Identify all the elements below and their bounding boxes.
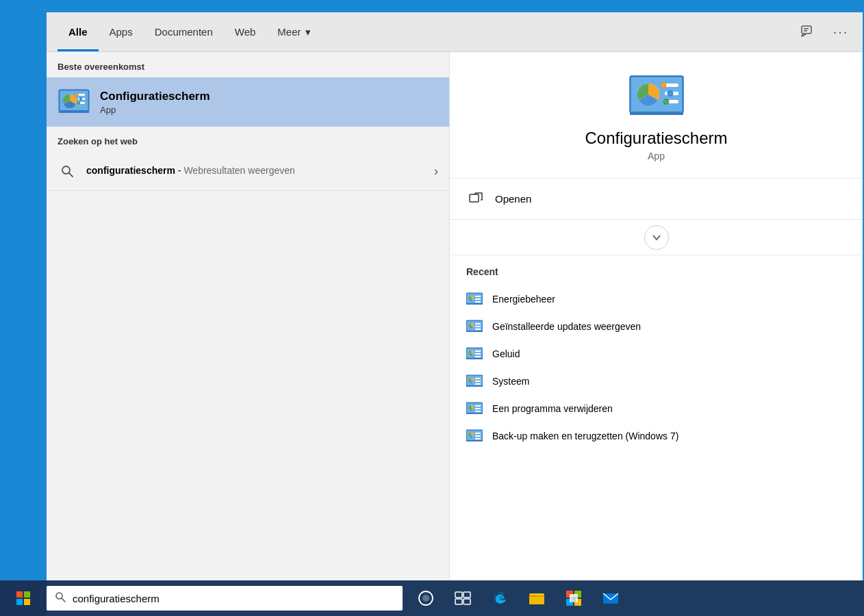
best-match-item[interactable]: Configuratiescherm App xyxy=(47,77,449,127)
svg-rect-44 xyxy=(475,350,481,352)
edge-button[interactable] xyxy=(482,580,518,616)
svg-line-14 xyxy=(69,173,73,177)
best-match-text: Configuratiescherm App xyxy=(100,90,210,115)
svg-rect-67 xyxy=(475,438,481,439)
recent-item-icon-1 xyxy=(466,320,483,333)
mail-button[interactable] xyxy=(593,580,628,616)
file-explorer-button[interactable] xyxy=(519,580,555,616)
search-window: Alle Apps Documenten Web Meer ▾ ··· xyxy=(47,12,863,602)
open-button[interactable]: Openen xyxy=(450,179,863,220)
svg-rect-25 xyxy=(470,194,479,202)
store-button[interactable]: 🛒 xyxy=(556,580,592,616)
svg-rect-38 xyxy=(475,326,481,327)
right-panel: Configuratiescherm App Openen xyxy=(449,52,863,602)
recent-item-3[interactable]: Systeem xyxy=(450,368,863,395)
svg-rect-61 xyxy=(466,413,483,414)
recent-item-2[interactable]: Geluid xyxy=(450,340,863,368)
svg-rect-80 xyxy=(463,599,470,604)
svg-point-23 xyxy=(663,99,669,105)
svg-rect-68 xyxy=(466,440,483,441)
svg-rect-65 xyxy=(475,433,481,434)
svg-rect-30 xyxy=(475,296,481,297)
svg-rect-46 xyxy=(475,356,481,357)
svg-rect-39 xyxy=(475,329,481,330)
recent-item-label-0: Energiebeheer xyxy=(492,294,555,305)
svg-rect-33 xyxy=(466,303,483,305)
svg-rect-40 xyxy=(466,331,483,332)
recent-label: Recent xyxy=(450,266,863,285)
svg-rect-79 xyxy=(455,599,462,604)
tab-documenten[interactable]: Documenten xyxy=(144,12,224,51)
svg-rect-53 xyxy=(475,383,481,385)
start-button[interactable] xyxy=(0,580,47,616)
expand-section xyxy=(450,220,863,255)
tab-icon-area: ··· xyxy=(797,21,852,43)
svg-rect-12 xyxy=(59,110,89,113)
svg-rect-45 xyxy=(475,353,481,355)
tab-alle[interactable]: Alle xyxy=(58,12,99,51)
web-search-item[interactable]: configuratiescherm - Webresultaten weerg… xyxy=(47,152,449,191)
svg-rect-69 xyxy=(16,591,23,598)
tab-web[interactable]: Web xyxy=(224,12,267,51)
recent-item-icon-2 xyxy=(466,347,483,361)
svg-text:🛒: 🛒 xyxy=(571,595,578,602)
recent-item-icon-5 xyxy=(466,429,483,443)
recent-item-4[interactable]: Een programma verwijderen xyxy=(450,395,863,422)
svg-rect-71 xyxy=(16,599,23,605)
svg-rect-78 xyxy=(463,592,470,598)
best-match-label: Beste overeenkomst xyxy=(47,52,449,77)
svg-rect-6 xyxy=(78,94,85,96)
task-view-button[interactable] xyxy=(445,580,481,616)
chevron-right-icon: › xyxy=(434,164,438,179)
taskbar-search-icon xyxy=(55,591,66,605)
svg-rect-52 xyxy=(475,381,481,382)
svg-rect-70 xyxy=(24,591,30,598)
svg-rect-24 xyxy=(630,112,683,115)
svg-rect-54 xyxy=(466,385,483,387)
web-search-query: configuratiescherm xyxy=(86,165,175,176)
best-match-title: Configuratiescherm xyxy=(100,90,210,103)
web-search-separator: - xyxy=(175,165,183,176)
tab-apps[interactable]: Apps xyxy=(99,12,144,51)
more-options-icon[interactable]: ··· xyxy=(830,21,852,43)
svg-rect-18 xyxy=(665,84,678,87)
recent-item-label-5: Back-up maken en terugzetten (Windows 7) xyxy=(492,431,678,441)
svg-rect-59 xyxy=(475,408,481,409)
recent-item-icon-3 xyxy=(466,374,483,388)
recent-section: Recent xyxy=(450,255,863,602)
open-icon xyxy=(466,190,485,209)
svg-point-10 xyxy=(79,98,82,101)
taskbar-apps: 🛒 xyxy=(408,580,628,616)
svg-point-21 xyxy=(661,83,666,88)
recent-item-0[interactable]: Energiebeheer xyxy=(450,285,863,313)
chevron-down-icon: ▾ xyxy=(305,26,311,38)
svg-point-22 xyxy=(668,91,673,97)
svg-rect-37 xyxy=(475,323,481,324)
recent-item-label-2: Geluid xyxy=(492,348,520,359)
recent-item-label-4: Een programma verwijderen xyxy=(492,403,613,414)
svg-rect-47 xyxy=(466,358,483,359)
recent-item-1[interactable]: Geïnstalleerde updates weergeven xyxy=(450,313,863,340)
recent-item-5[interactable]: Back-up maken en terugzetten (Windows 7) xyxy=(450,422,863,450)
svg-point-76 xyxy=(422,595,429,602)
cortana-button[interactable] xyxy=(408,580,444,616)
svg-rect-77 xyxy=(455,592,462,598)
tab-meer[interactable]: Meer ▾ xyxy=(266,12,321,51)
taskbar-search-bar[interactable]: configuratiescherm xyxy=(47,586,403,611)
control-panel-icon-small xyxy=(58,86,90,118)
svg-line-74 xyxy=(62,598,65,602)
web-search-description: Webresultaten weergeven xyxy=(183,165,294,176)
svg-rect-0 xyxy=(802,26,811,34)
tab-bar: Alle Apps Documenten Web Meer ▾ ··· xyxy=(47,12,863,52)
taskbar: configuratiescherm xyxy=(0,580,864,616)
svg-rect-60 xyxy=(475,411,481,412)
left-panel: Beste overeenkomst xyxy=(47,52,449,602)
recent-item-icon-4 xyxy=(466,402,483,415)
feedback-icon[interactable] xyxy=(797,21,819,43)
search-icon xyxy=(58,162,77,181)
app-detail-title: Configuratiescherm xyxy=(585,129,727,148)
svg-rect-51 xyxy=(475,378,481,379)
recent-item-label-1: Geïnstalleerde updates weergeven xyxy=(492,321,641,332)
expand-button[interactable] xyxy=(644,225,669,250)
control-panel-icon-large xyxy=(629,74,684,118)
